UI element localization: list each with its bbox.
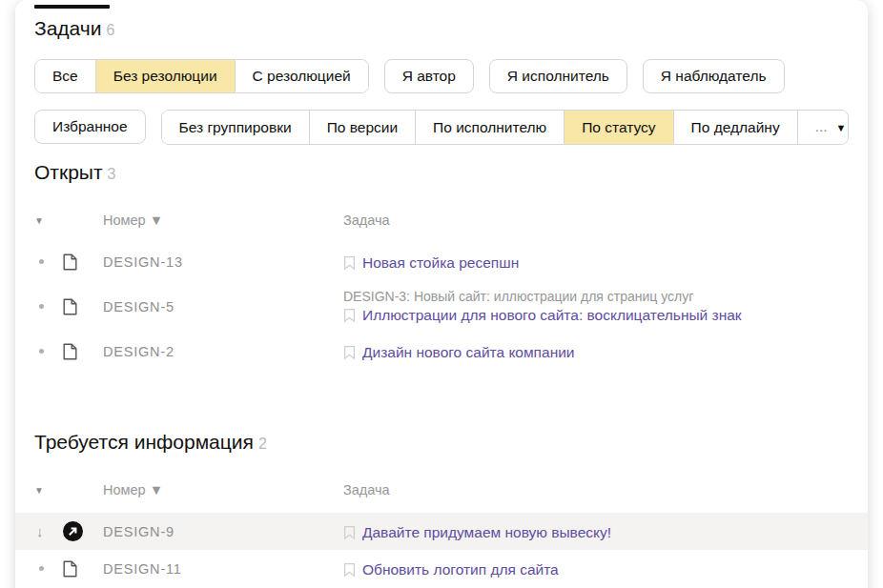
bookmark-icon[interactable] — [343, 525, 356, 540]
document-icon — [63, 560, 77, 578]
sort-triangle-icon[interactable]: ▼ — [34, 215, 63, 226]
task-line: Давайте придумаем новую вывеску! — [343, 524, 849, 541]
document-icon — [63, 253, 77, 271]
section-title: Открыт3 — [34, 161, 849, 184]
task-key[interactable]: DESIGN-11 — [103, 561, 343, 577]
filter-grouping-5[interactable]: ...▼ — [797, 111, 849, 144]
filter-grouping-4[interactable]: По дедлайну — [673, 111, 797, 144]
followup-icon — [63, 521, 83, 541]
bookmark-icon[interactable] — [343, 308, 356, 323]
active-tab-indicator — [34, 5, 110, 9]
task-row[interactable]: DESIGN-11 Обновить логотип для сайта — [15, 550, 868, 587]
table-header-row: ▼ Номер ▼ Задача — [15, 482, 868, 497]
bookmark-icon[interactable] — [343, 255, 356, 271]
filter-resolution-1[interactable]: Без резолюции — [95, 60, 235, 92]
section-count: 2 — [258, 436, 267, 452]
document-icon — [63, 298, 77, 315]
task-link[interactable]: Новая стойка ресепшн — [362, 254, 519, 272]
task-key[interactable]: DESIGN-9 — [103, 524, 343, 539]
type-cell — [63, 253, 103, 271]
task-cell: DESIGN-3: Новый сайт: иллюстрации для ст… — [343, 289, 849, 324]
type-cell — [63, 343, 103, 360]
parent-task-text: DESIGN-3: Новый сайт: иллюстрации для ст… — [343, 289, 849, 304]
section-title-text: Открыт — [34, 161, 103, 183]
table-header-row: ▼ Номер ▼ Задача — [15, 213, 868, 228]
task-link[interactable]: Давайте придумаем новую вывеску! — [362, 524, 611, 541]
priority-dot-icon — [39, 259, 44, 264]
task-row[interactable]: ↓ DESIGN-9 Давайте придумаем новую вывес… — [15, 513, 868, 550]
sort-triangle-icon[interactable]: ▼ — [34, 485, 63, 496]
column-header-number[interactable]: Номер ▼ — [103, 213, 343, 228]
task-line: Обновить логотип для сайта — [343, 561, 849, 578]
task-cell: Дизайн нового сайта компании — [343, 341, 849, 361]
resolution-filter-group: ВсеБез резолюцииС резолюцией — [34, 59, 369, 93]
task-row[interactable]: DESIGN-2 Дизайн нового сайта компании — [15, 333, 868, 370]
favorites-button[interactable]: Избранное — [34, 110, 146, 144]
type-cell — [63, 298, 103, 315]
filter-grouping-3[interactable]: По статусу — [564, 111, 672, 144]
task-section: Требуется информация2 ▼ Номер ▼ Задача ↓… — [34, 431, 849, 587]
filter-resolution-0[interactable]: Все — [35, 60, 95, 92]
task-link[interactable]: Иллюстрации для нового сайта: восклицате… — [362, 307, 742, 324]
priority-dot-icon — [39, 349, 44, 354]
page-title-text: Задачи — [34, 17, 102, 39]
priority-cell: ↓ — [34, 523, 63, 539]
filter-resolution-2[interactable]: С резолюцией — [235, 60, 368, 92]
section-count: 3 — [108, 166, 116, 182]
task-line: Дизайн нового сайта компании — [343, 344, 849, 361]
task-cell: Обновить логотип для сайта — [343, 558, 849, 578]
bookmark-icon[interactable] — [343, 562, 356, 578]
section-title: Требуется информация2 — [34, 431, 849, 454]
filter-role-2[interactable]: Я наблюдатель — [643, 59, 785, 93]
filter-role-1[interactable]: Я исполнитель — [489, 59, 627, 93]
task-sections: Открыт3 ▼ Номер ▼ Задача DESIGN-13 Новая… — [34, 161, 849, 587]
task-key[interactable]: DESIGN-13 — [103, 254, 343, 270]
column-header-task: Задача — [343, 213, 849, 228]
filter-role-0[interactable]: Я автор — [384, 59, 474, 93]
filter-grouping-2[interactable]: По исполнителю — [415, 111, 564, 144]
priority-cell — [34, 566, 63, 571]
priority-dot-icon — [39, 566, 44, 571]
type-cell — [63, 521, 103, 541]
filter-grouping-1[interactable]: По версии — [309, 111, 415, 144]
priority-cell — [34, 259, 63, 264]
priority-down-icon: ↓ — [36, 523, 44, 539]
grouping-filter-group: Без группировкиПо версииПо исполнителюПо… — [161, 110, 849, 145]
filter-grouping-0[interactable]: Без группировки — [162, 111, 309, 144]
column-header-number[interactable]: Номер ▼ — [103, 482, 343, 497]
task-key[interactable]: DESIGN-5 — [103, 299, 343, 314]
priority-cell — [34, 349, 63, 354]
task-link[interactable]: Дизайн нового сайта компании — [362, 344, 575, 361]
role-filter-buttons: Я авторЯ исполнительЯ наблюдатель — [384, 59, 785, 93]
task-row[interactable]: DESIGN-13 Новая стойка ресепшн — [15, 243, 868, 280]
task-row[interactable]: DESIGN-5 DESIGN-3: Новый сайт: иллюстрац… — [15, 280, 868, 333]
tasks-total-count: 6 — [107, 22, 115, 38]
task-link[interactable]: Обновить логотип для сайта — [362, 561, 559, 578]
tasks-page: Задачи6 ВсеБез резолюцииС резолюцией Я а… — [0, 0, 883, 588]
column-header-task: Задача — [343, 482, 849, 497]
section-rows: DESIGN-13 Новая стойка ресепшн DESIGN-5 … — [34, 243, 849, 370]
task-section: Открыт3 ▼ Номер ▼ Задача DESIGN-13 Новая… — [34, 161, 849, 370]
task-key[interactable]: DESIGN-2 — [103, 344, 343, 359]
task-line: Иллюстрации для нового сайта: восклицате… — [343, 307, 849, 324]
priority-dot-icon — [39, 304, 44, 309]
page-title: Задачи6 — [34, 17, 849, 40]
chevron-down-icon: ▼ — [836, 122, 847, 133]
type-cell — [63, 560, 103, 578]
resolution-filter-row: ВсеБез резолюцииС резолюцией Я авторЯ ис… — [34, 59, 849, 93]
section-rows: ↓ DESIGN-9 Давайте придумаем новую вывес… — [34, 513, 849, 587]
bookmark-icon[interactable] — [343, 345, 356, 360]
tasks-card: Задачи6 ВсеБез резолюцииС резолюцией Я а… — [15, 0, 868, 588]
task-cell: Давайте придумаем новую вывеску! — [343, 521, 849, 541]
task-line: Новая стойка ресепшн — [343, 254, 849, 272]
document-icon — [63, 343, 77, 360]
priority-cell — [34, 304, 63, 309]
grouping-filter-row: Избранное Без группировкиПо версииПо исп… — [34, 110, 849, 145]
section-title-text: Требуется информация — [34, 431, 254, 453]
task-cell: Новая стойка ресепшн — [343, 252, 849, 272]
